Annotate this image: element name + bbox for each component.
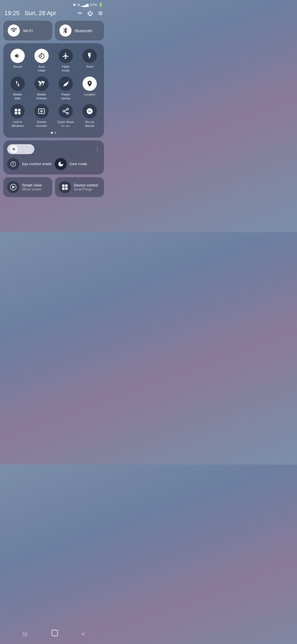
nfc-status-icon: N: [77, 3, 80, 7]
sound-label: Sound: [13, 65, 22, 69]
dark-mode-item[interactable]: Dark mode: [55, 158, 100, 170]
dot-1: [51, 132, 53, 134]
brightness-fill: [7, 144, 34, 154]
qs-do-not-disturb[interactable]: Do notdisturb: [78, 103, 101, 129]
quick-share-subtext: No one: [61, 124, 70, 127]
qs-mobile-data[interactable]: Mobiledata: [6, 75, 29, 102]
device-control-subtitle: SmartThings: [74, 187, 98, 191]
dark-mode-label: Dark mode: [70, 162, 87, 166]
header-row: 19:25 Sun, 28 Apr ✏ ⏻ ⚙: [0, 8, 107, 21]
qs-mobile-hotspot[interactable]: MobileHotspot: [30, 75, 53, 102]
eye-comfort-label: Eye comfort shield: [22, 162, 51, 166]
status-icons: ✱ N ▂▄▆ 27% 🔋: [73, 3, 103, 7]
date: Sun, 28 Apr: [24, 10, 56, 17]
comfort-row: A Eye comfort shield Dark mode: [7, 158, 100, 170]
flight-mode-label: Flightmode: [62, 65, 70, 73]
eye-comfort-icon-circle: A: [7, 158, 19, 170]
flight-mode-icon-circle: [59, 49, 73, 63]
svg-rect-18: [62, 187, 65, 190]
battery-icon: 🔋: [98, 3, 103, 7]
auto-rotate-label: Autorotate: [38, 65, 45, 73]
svg-rect-2: [18, 109, 20, 111]
qs-flight-mode[interactable]: Flightmode: [54, 48, 77, 74]
brightness-panel: ⋮ A Eye comfort shield Dark mode: [3, 140, 104, 174]
qs-quick-share[interactable]: Quick Share No one: [54, 103, 77, 129]
qs-grid: Sound Autorotate Flightmode: [6, 48, 101, 129]
location-icon-circle: [82, 77, 97, 91]
mobile-data-icon-circle: [10, 77, 25, 91]
mobile-hotspot-label: MobileHotspot: [36, 92, 47, 100]
power-saving-label: Powersaving: [61, 92, 70, 100]
bluetooth-status-icon: ✱: [73, 3, 76, 7]
brightness-row: ⋮: [7, 144, 100, 154]
brightness-more-icon[interactable]: ⋮: [95, 146, 100, 152]
qs-location[interactable]: Location: [78, 75, 101, 102]
do-not-disturb-label: Do notdisturb: [85, 120, 94, 128]
bottom-tiles-row: Smart View Mirror screen Device control …: [0, 177, 107, 201]
datetime: 19:25 Sun, 28 Apr: [4, 10, 56, 17]
device-control-text: Device control SmartThings: [74, 183, 98, 191]
mobile-data-label: Mobiledata: [13, 92, 22, 100]
svg-rect-16: [62, 184, 65, 187]
power-saving-icon-circle: [59, 77, 73, 91]
top-tiles-row: Wi-Fi Bluetooth: [0, 21, 107, 43]
auto-rotate-icon-circle: [34, 49, 49, 63]
location-label: Location: [84, 92, 95, 96]
svg-rect-19: [65, 187, 68, 190]
wifi-icon-circle: [8, 24, 20, 37]
svg-rect-17: [65, 184, 68, 187]
quick-share-label: Quick Share: [57, 120, 74, 124]
qs-sound[interactable]: Sound: [6, 48, 29, 74]
battery-text: 27%: [90, 3, 97, 7]
power-icon[interactable]: ⏻: [87, 10, 93, 17]
wifi-tile[interactable]: Wi-Fi: [3, 21, 52, 40]
torch-label: Torch: [86, 65, 94, 69]
wifi-label: Wi-Fi: [23, 28, 33, 33]
qs-power-saving[interactable]: Powersaving: [54, 75, 77, 102]
svg-rect-0: [15, 109, 17, 111]
sound-icon-circle: [10, 49, 25, 63]
svg-marker-15: [12, 185, 15, 189]
bluetooth-tile[interactable]: Bluetooth: [55, 21, 104, 40]
svg-point-6: [41, 111, 42, 112]
smart-view-text: Smart View Mirror screen: [22, 183, 42, 191]
brightness-slider[interactable]: [7, 144, 92, 154]
torch-icon-circle: [82, 49, 97, 63]
bluetooth-icon-circle: [59, 24, 72, 37]
smart-view-title: Smart View: [22, 183, 42, 187]
smart-view-tile[interactable]: Smart View Mirror screen: [3, 177, 52, 197]
header-actions: ✏ ⏻ ⚙: [78, 10, 103, 17]
smart-view-subtitle: Mirror screen: [22, 187, 42, 191]
eye-comfort-item[interactable]: A Eye comfort shield: [7, 158, 53, 170]
settings-icon[interactable]: ⚙: [98, 10, 103, 17]
svg-rect-1: [15, 112, 17, 114]
link-windows-icon-circle: [10, 104, 25, 118]
device-control-icon: [59, 181, 71, 193]
dark-mode-icon-circle: [55, 158, 67, 170]
status-bar: ✱ N ▂▄▆ 27% 🔋: [0, 0, 107, 8]
quick-settings-panel: Sound Autorotate Flightmode: [3, 43, 104, 138]
device-control-tile[interactable]: Device control SmartThings: [55, 177, 104, 197]
smart-view-icon: [7, 181, 19, 193]
edit-icon[interactable]: ✏: [78, 10, 82, 17]
brightness-thumb: [10, 145, 18, 153]
dot-2: [54, 132, 56, 134]
qs-torch[interactable]: Torch: [78, 48, 101, 74]
mobile-hotspot-icon-circle: [34, 77, 49, 91]
page-dots: [6, 132, 101, 134]
screen-recorder-icon-circle: [34, 104, 49, 118]
device-control-title: Device control: [74, 183, 98, 187]
qs-auto-rotate[interactable]: Autorotate: [30, 48, 53, 74]
screen-recorder-label: Screenrecorder: [36, 120, 47, 128]
quick-share-icon-circle: [59, 104, 73, 118]
do-not-disturb-icon-circle: [82, 104, 97, 118]
bluetooth-label: Bluetooth: [75, 28, 92, 33]
signal-icon: ▂▄▆: [81, 3, 89, 7]
time: 19:25: [4, 10, 20, 17]
qs-link-windows[interactable]: Link toWindows: [6, 103, 29, 129]
link-windows-label: Link toWindows: [11, 120, 24, 128]
qs-screen-recorder[interactable]: Screenrecorder: [30, 103, 53, 129]
